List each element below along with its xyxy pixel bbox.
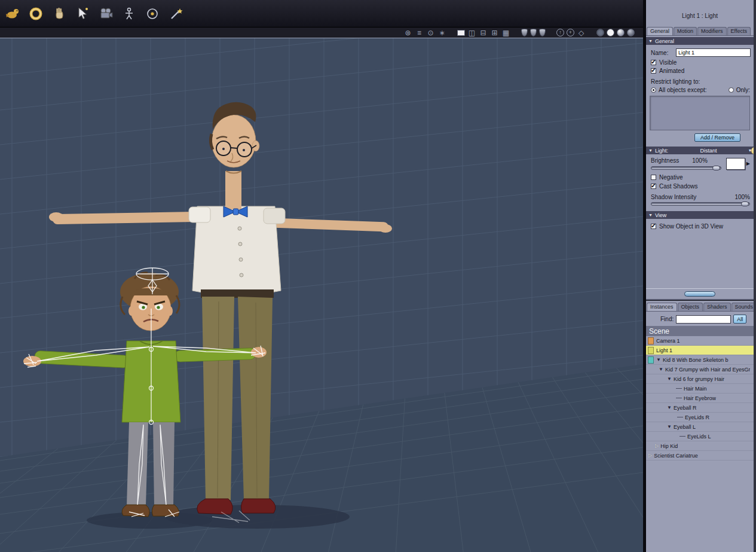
shadow-intensity-row: Shadow Intensity 100% <box>646 194 754 200</box>
tree-row-camera-1[interactable]: Camera 1 <box>646 336 754 346</box>
tab-effects[interactable]: Effects <box>727 27 751 35</box>
tree-row-scientist[interactable]: ▷ Scientist Cariatrue <box>646 451 754 460</box>
tree-row-light-1[interactable]: Light 1 <box>646 346 754 355</box>
tree-row-kid-7[interactable]: ▼ Kid 7 Grumpy with Hair and EyesGr <box>646 365 754 374</box>
light-section-header[interactable]: ▼ Light: Distant ▾ <box>646 147 754 154</box>
show-object-checkbox[interactable] <box>651 224 656 229</box>
animated-checkbox[interactable] <box>651 68 656 74</box>
light-type-dropdown[interactable]: Distant <box>671 148 746 154</box>
layout-full-icon[interactable] <box>457 30 465 36</box>
view-section-header[interactable]: ▼ View <box>646 211 754 219</box>
tree-row-hip-kid[interactable]: ▷ Hip Kid <box>646 441 754 451</box>
dark-sphere-icon[interactable] <box>627 29 635 36</box>
ring-tool-icon[interactable] <box>27 5 45 23</box>
find-all-button[interactable]: All <box>733 315 746 324</box>
scene-header[interactable]: Scene <box>646 326 754 336</box>
general-section-header[interactable]: ▼ General <box>646 37 754 45</box>
brightness-row: Brightness 100% ▶ <box>646 157 754 170</box>
skeleton-chip-icon <box>648 356 654 364</box>
dolly-tool-icon[interactable] <box>120 5 138 23</box>
autokey-icon[interactable]: ⊙ <box>426 29 435 37</box>
brightness-label: Brightness <box>651 157 679 164</box>
cast-shadows-checkbox[interactable] <box>651 184 656 189</box>
carrara-window: ⊛ ≡ ⊙ ∗ ◫ ⊟ ⊞ ▦ ↑ + ◇ <box>0 0 756 552</box>
layout-grid-icon[interactable]: ▦ <box>501 29 510 37</box>
shadow-intensity-slider[interactable] <box>651 202 750 206</box>
negative-checkbox[interactable] <box>651 175 656 180</box>
light-color-swatch[interactable] <box>726 158 745 170</box>
tree-row-hair-eyebrow[interactable]: Hair Eyebrow <box>646 394 754 403</box>
tab-modifiers[interactable]: Modifiers <box>697 27 727 35</box>
brightness-slider-thumb[interactable] <box>712 166 720 170</box>
visible-row: Visible <box>646 59 754 66</box>
collapsed-arrow-icon[interactable]: ▷ <box>655 443 659 449</box>
negative-row: Negative <box>646 174 754 181</box>
camera-chip-icon <box>648 337 654 344</box>
expand-arrow-icon[interactable]: ▼ <box>667 376 672 382</box>
all-objects-radio[interactable] <box>651 87 656 93</box>
pointer-tool-icon[interactable] <box>74 5 91 23</box>
tab-instances[interactable]: Instances <box>647 303 677 311</box>
tab-sounds[interactable]: Sounds <box>731 303 754 311</box>
tab-motion[interactable]: Motion <box>674 27 697 35</box>
track-icon[interactable]: ◇ <box>577 29 586 37</box>
bank-icon[interactable]: ↑ <box>556 29 564 36</box>
shadow-intensity-label: Shadow Intensity <box>651 194 696 200</box>
panel-title: Light 1 : Light <box>646 0 754 26</box>
name-label: Name: <box>651 50 676 56</box>
color-arrow-icon[interactable]: ▶ <box>746 161 750 166</box>
wire-sphere-icon[interactable] <box>596 29 604 36</box>
effects-icon[interactable]: ∗ <box>437 29 446 37</box>
shadow-intensity-slider-thumb[interactable] <box>741 202 749 206</box>
target-tool-icon[interactable] <box>143 5 161 23</box>
shade-wire-icon[interactable] <box>521 29 528 36</box>
tree-row-hair-main[interactable]: Hair Main <box>646 384 754 394</box>
expand-arrow-icon[interactable]: ▼ <box>667 424 672 429</box>
bird-tool-icon[interactable] <box>4 5 22 23</box>
camera-tool-icon[interactable] <box>97 5 115 23</box>
show-object-row: Show Object in 3D View <box>646 223 754 230</box>
brightness-slider[interactable] <box>651 166 721 170</box>
tree-connector <box>677 417 683 417</box>
expand-arrow-icon[interactable]: ▼ <box>656 357 661 362</box>
name-row: Name: <box>646 48 754 57</box>
only-radio[interactable] <box>729 87 734 93</box>
animated-row: Animated <box>646 68 754 74</box>
restrict-object-list[interactable] <box>650 96 750 130</box>
visible-checkbox[interactable] <box>651 60 656 65</box>
tree-row-kid-6[interactable]: ▼ Kid 6 for grumpy Hair <box>646 374 754 384</box>
right-panel: Light 1 : Light General Motion Modifiers… <box>643 0 756 552</box>
white-sphere-icon[interactable] <box>607 29 614 36</box>
tab-shaders[interactable]: Shaders <box>703 303 731 311</box>
wand-tool-icon[interactable] <box>167 5 185 23</box>
cast-shadows-row: Cast Shadows <box>646 183 754 190</box>
layout-hsplit-icon[interactable]: ⊟ <box>479 29 488 37</box>
properties-panel: Light 1 : Light General Motion Modifiers… <box>646 0 754 288</box>
shaded-sphere-icon[interactable] <box>617 29 625 36</box>
tree-row-eyelids-l[interactable]: EyeLids L <box>646 432 754 441</box>
tab-objects[interactable]: Objects <box>678 303 703 311</box>
add-remove-button[interactable]: Add / Remove <box>694 133 740 142</box>
pan-icon[interactable]: + <box>567 29 574 36</box>
splitter-handle[interactable] <box>684 291 715 297</box>
tab-general[interactable]: General <box>647 27 673 35</box>
name-input[interactable] <box>676 48 751 57</box>
viewport-3d[interactable] <box>0 38 643 552</box>
shadow-intensity-value: 100% <box>734 194 750 200</box>
expand-arrow-icon[interactable]: ▼ <box>659 367 663 372</box>
snap-icon[interactable]: ⊛ <box>403 29 412 37</box>
tree-row-eyelids-r[interactable]: EyeLids R <box>646 413 754 422</box>
tree-row-eyeball-r[interactable]: ▼ Eyeball R <box>646 403 754 413</box>
shade-flat-icon[interactable] <box>530 29 537 36</box>
find-input[interactable] <box>676 315 731 324</box>
layout-4pane-icon[interactable]: ⊞ <box>490 29 499 37</box>
shade-smooth-icon[interactable] <box>539 29 546 36</box>
tree-row-kid-8[interactable]: ▼ Kid 8 With Bone Skeleton b <box>646 355 754 365</box>
expand-arrow-icon[interactable]: ▼ <box>667 405 672 410</box>
layout-2pane-icon[interactable]: ◫ <box>467 29 476 37</box>
tree-row-eyeball-l[interactable]: ▼ Eyeball L <box>646 422 754 432</box>
restrict-options-row: All objects except: Only: <box>646 87 754 93</box>
collapsed-arrow-icon[interactable]: ▷ <box>648 453 652 458</box>
meter-icon[interactable]: ≡ <box>415 29 424 37</box>
hand-tool-icon[interactable] <box>50 5 68 23</box>
